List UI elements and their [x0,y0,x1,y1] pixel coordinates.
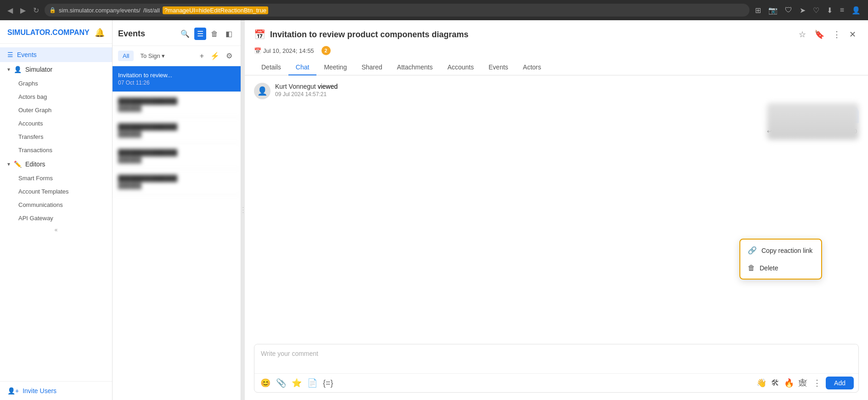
sidebar-item-graphs[interactable]: Graphs [0,77,112,90]
close-button[interactable]: ✕ [846,28,859,41]
star-toolbar-button[interactable]: ⭐ [290,377,303,389]
event-title-3: ██████████████ [118,123,235,130]
send-button[interactable]: ➤ [798,5,807,16]
flame-button[interactable]: 🔥 [783,377,795,389]
activity-author: Kurt Vonnegut [275,83,316,90]
url-left: sim.simulator.company/events/ [59,7,141,14]
tab-attachments[interactable]: Attachments [389,60,440,75]
search-button[interactable]: 🔍 [178,28,192,40]
sidebar-item-api-gateway[interactable]: API Gateway [0,211,112,225]
url-highlight: ?manageUI=hideEditReactionBtn_true [163,6,268,14]
attachment-button[interactable]: 📎 [275,377,287,389]
settings-button[interactable]: ⚙ [223,50,235,62]
tab-actors[interactable]: Actors [516,60,549,75]
bookmark-button[interactable]: 🔖 [812,28,827,41]
tools-button[interactable]: 🛠 [770,377,781,389]
sidebar-item-transactions[interactable]: Transactions [0,143,112,157]
lock-icon: 🔒 [49,7,56,13]
list-toolbar-button[interactable]: {=} [321,377,335,389]
chat-activity-item: 👤 Kurt Vonnegut viewed 09 Jul 2024 14:57… [254,83,859,99]
event-item-4[interactable]: ██████████████ ██████ [113,143,241,169]
event-tabs: Details Chat Meeting Shared Attachments … [254,60,859,75]
delete-button[interactable]: 🗑 [208,28,221,40]
address-bar[interactable]: 🔒 sim.simulator.company/events/ /list/al… [45,4,750,17]
sidebar-toggle-button[interactable]: ◧ [223,28,235,40]
back-button[interactable]: ◀ [6,4,15,17]
event-title-5: ██████████████ [118,175,235,182]
toolbar-more-button[interactable]: ⋮ [810,377,824,389]
wave-button[interactable]: 👋 [755,377,768,389]
filter-button[interactable]: ⚡ [208,50,222,62]
events-header-buttons: 🔍 ☰ 🗑 ◧ [178,28,235,40]
delete-label: Delete [760,264,778,272]
events-label: Events [17,51,37,58]
star-button[interactable]: ☆ [796,28,809,41]
notification-bell-icon[interactable]: 🔔 [95,28,105,38]
browser-chrome: ◀ ▶ ↻ 🔒 sim.simulator.company/events/ /l… [0,0,868,20]
events-panel-header: Events 🔍 ☰ 🗑 ◧ [113,20,241,46]
sidebar-collapse-button[interactable]: « [0,225,112,235]
profile-button[interactable]: 👤 [850,5,862,16]
tab-chat[interactable]: Chat [288,60,317,75]
event-date-text: Jul 10, 2024; 14:55 [263,47,314,54]
tab-events[interactable]: Events [481,60,516,75]
tab-shared[interactable]: Shared [354,60,389,75]
sidebar-item-communications[interactable]: Communications [0,198,112,211]
sidebar-item-accounts[interactable]: Accounts [0,117,112,130]
comment-input[interactable] [254,344,858,372]
forward-button[interactable]: ▶ [18,4,28,17]
shield-button[interactable]: 🛡 [783,5,794,15]
event-date-meta: 📅 Jul 10, 2024; 14:55 [254,47,314,54]
logo-text: SIMULATOR.COMPANY [7,29,90,37]
sidebar-item-editors[interactable]: ▾ ✏️ Editors [0,157,112,171]
document-button[interactable]: 📄 [306,377,319,389]
sidebar-item-smart-forms[interactable]: Smart Forms [0,171,112,185]
event-title-4: ██████████████ [118,149,235,156]
activity-text: Kurt Vonnegut viewed [275,83,338,90]
sidebar-item-account-templates[interactable]: Account Templates [0,185,112,198]
sidebar-item-actors-bag[interactable]: Actors bag [0,90,112,103]
heart-button[interactable]: ♡ [811,5,821,16]
filter-all-tab[interactable]: All [118,51,134,61]
panel-splitter[interactable]: · · · [241,20,245,400]
add-event-button[interactable]: + [197,50,207,62]
filter-action-buttons: + ⚡ ⚙ [197,50,235,62]
sidebar-item-outer-graph[interactable]: Outer Graph [0,103,112,117]
context-menu: 🔗 Copy reaction link 🗑 Delete [739,239,822,280]
chat-area: 👤 Kurt Vonnegut viewed 09 Jul 2024 14:57… [245,75,868,344]
sidebar-item-transfers[interactable]: Transfers [0,130,112,143]
tab-meeting[interactable]: Meeting [316,60,354,75]
url-middle: /list/all [143,7,160,14]
context-menu-delete[interactable]: 🗑 Delete [740,259,821,277]
more-options-button[interactable]: ⋮ [830,28,844,41]
download-button[interactable]: ⬇ [825,5,834,16]
event-item-5[interactable]: ██████████████ ██████ [113,169,241,195]
sidebar-item-events[interactable]: ☰ Events [0,47,112,62]
events-panel-title: Events [118,29,174,39]
event-item-3[interactable]: ██████████████ ██████ [113,118,241,143]
pencil-icon: ✏️ [14,160,22,168]
extensions-button[interactable]: ⊞ [753,5,763,16]
event-title-2: ██████████████ [118,97,235,104]
context-menu-copy-reaction-link[interactable]: 🔗 Copy reaction link [740,241,821,259]
event-item-2[interactable]: ██████████████ ██████ [113,92,241,118]
simulator-label: Simulator [25,66,52,73]
sidebar: SIMULATOR.COMPANY 🔔 ☰ Events ▾ 👤 Simulat… [0,20,113,400]
network-button[interactable]: 🕸 [797,377,808,389]
add-button[interactable]: Add [826,377,854,389]
menu-button[interactable]: ≡ [838,5,846,15]
emoji-button[interactable]: 😊 [259,377,272,389]
tab-accounts[interactable]: Accounts [440,60,481,75]
tab-details[interactable]: Details [254,60,288,75]
events-panel: Events 🔍 ☰ 🗑 ◧ All To Sign ▾ + ⚡ ⚙ Invit… [113,20,241,400]
event-item-selected[interactable]: Invitation to review... 07 Oct 11:26 [113,66,241,92]
camera-button[interactable]: 📷 [767,5,779,16]
reload-button[interactable]: ↻ [31,4,41,17]
list-view-button[interactable]: ☰ [194,28,206,40]
filter-to-sign-dropdown[interactable]: To Sign ▾ [136,51,168,61]
sidebar-item-simulator[interactable]: ▾ 👤 Simulator [0,62,112,77]
link-icon: 🔗 [748,246,757,255]
invite-users-button[interactable]: 👤+ Invite Users [7,387,105,394]
event-detail-title: Invitation to review product components … [270,30,791,40]
chevron-down-icon-filter: ▾ [162,52,165,59]
